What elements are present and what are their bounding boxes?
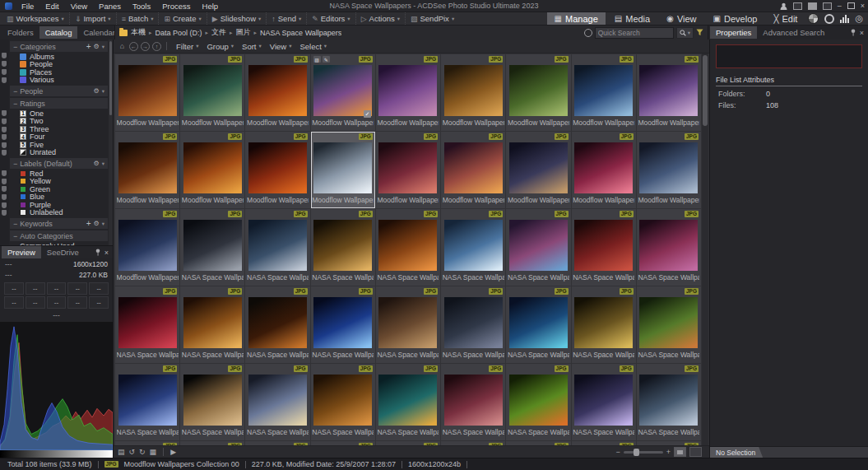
home-icon[interactable]: ⌂ bbox=[118, 42, 127, 51]
toolbar-create[interactable]: ⊞Create▾ bbox=[158, 12, 206, 25]
tab-advanced-search[interactable]: Advanced Search bbox=[757, 26, 830, 39]
file-tile[interactable]: JPGNASA Space Wallpaper... bbox=[441, 209, 505, 286]
breadcrumb-segment[interactable]: 文件 bbox=[211, 27, 226, 38]
file-tile[interactable]: JPGNASA Space Wallpaper... bbox=[180, 209, 244, 286]
file-tile[interactable]: JPGNASA Space Wallpaper... bbox=[572, 209, 636, 286]
autoplay-icon[interactable]: ▶ bbox=[170, 448, 176, 456]
file-tile[interactable]: JPGNASA Space Wallpaper... bbox=[506, 209, 570, 286]
file-tile[interactable]: JPGNASA Space Wallpaper... bbox=[637, 209, 701, 286]
file-tile[interactable]: JPGMoodflow Wallpapers ... bbox=[572, 54, 636, 131]
toolbar-slideshow[interactable]: ▶Slideshow▾ bbox=[207, 12, 267, 25]
file-tile[interactable]: JPGNASA Space Wallpaper... bbox=[376, 286, 440, 363]
toolbar-editors[interactable]: ✎Editors▾ bbox=[306, 12, 355, 25]
label-red[interactable]: Red bbox=[9, 170, 109, 178]
undo-icon[interactable]: ↺ bbox=[129, 448, 136, 456]
breadcrumb-segment[interactable]: NASA Space Wallpapers bbox=[260, 29, 341, 37]
file-tile[interactable]: JPG bbox=[506, 441, 570, 445]
menu-tools[interactable]: Tools bbox=[127, 2, 156, 11]
category-people[interactable]: People bbox=[9, 61, 109, 69]
mode-media[interactable]: ▤Media bbox=[607, 12, 657, 25]
section-keywords[interactable]: −Keywords+⚙▾ bbox=[10, 218, 108, 229]
properties-empty-box[interactable] bbox=[716, 44, 862, 68]
toolbar-workspaces[interactable]: ▥Workspaces▾ bbox=[2, 12, 69, 25]
file-tile[interactable]: JPGNASA Space Wallpaper... bbox=[245, 286, 309, 363]
toolbar-sendpix[interactable]: ▧SendPix▾ bbox=[405, 12, 459, 25]
file-tile[interactable]: JPGNASA Space Wallpaper... bbox=[506, 364, 570, 440]
label-blue[interactable]: Blue bbox=[9, 193, 109, 202]
rating-three[interactable]: 3Three bbox=[9, 125, 109, 133]
forward-icon[interactable]: → bbox=[141, 42, 150, 51]
toolbar-send[interactable]: ↑Send▾ bbox=[266, 12, 306, 25]
back-icon[interactable]: ← bbox=[129, 42, 138, 51]
category-various[interactable]: Various bbox=[9, 77, 109, 85]
zoom-out-icon[interactable]: − bbox=[615, 448, 620, 456]
file-tile[interactable]: JPGMoodflow Wallpapers ... bbox=[506, 132, 570, 208]
section-ratings[interactable]: −Ratings bbox=[10, 98, 108, 109]
file-tile[interactable]: JPG bbox=[115, 441, 179, 445]
close-panel-icon[interactable]: × bbox=[860, 29, 864, 37]
menu-process[interactable]: Process bbox=[156, 2, 196, 11]
dashboard-icon[interactable] bbox=[840, 15, 849, 23]
file-tile[interactable]: JPGMoodflow Wallpapers ... bbox=[311, 132, 375, 208]
label-unlabeled[interactable]: Unlabeled bbox=[9, 209, 109, 217]
file-tile[interactable]: JPGMoodflow Wallpapers ... bbox=[637, 54, 701, 131]
file-tile[interactable]: JPGNASA Space Wallpaper... bbox=[637, 364, 701, 440]
mode-view[interactable]: ◉View bbox=[659, 12, 703, 25]
pin-icon[interactable] bbox=[851, 29, 856, 36]
file-tile[interactable]: JPG bbox=[441, 441, 505, 445]
vertical-scrollbar[interactable] bbox=[702, 54, 708, 445]
gear-icon[interactable]: ⚙ bbox=[94, 87, 100, 95]
up-icon[interactable]: ↑ bbox=[152, 42, 161, 51]
file-tile[interactable]: JPGNASA Space Wallpaper... bbox=[572, 286, 636, 363]
tab-preview[interactable]: Preview bbox=[2, 246, 41, 258]
user-account-icon[interactable] bbox=[780, 2, 787, 10]
file-tile[interactable]: JPGNASA Space Wallpaper... bbox=[245, 209, 309, 286]
file-tile[interactable]: JPG▨✎✓Moodflow Wallpapers ... bbox=[311, 54, 375, 131]
file-tile[interactable]: JPGNASA Space Wallpaper... bbox=[180, 364, 244, 440]
label-yellow[interactable]: Yellow bbox=[9, 178, 109, 186]
file-tile[interactable]: JPGNASA Space Wallpaper... bbox=[311, 286, 375, 363]
pane-layout-icon-3[interactable] bbox=[823, 2, 832, 10]
section-people[interactable]: −People⚙▾ bbox=[10, 86, 108, 96]
file-tile[interactable]: JPGNASA Space Wallpaper... bbox=[180, 286, 244, 363]
label-purple[interactable]: Purple bbox=[9, 201, 109, 209]
sidebar-scrollbar[interactable] bbox=[109, 40, 113, 245]
file-tile[interactable]: JPGMoodflow Wallpapers ... bbox=[115, 132, 179, 208]
file-tile[interactable]: JPGNASA Space Wallpaper... bbox=[115, 286, 179, 363]
file-tile[interactable]: JPG bbox=[572, 441, 636, 445]
file-tile[interactable]: JPGNASA Space Wallpaper... bbox=[376, 364, 440, 440]
zoom-in-icon[interactable]: + bbox=[666, 448, 671, 456]
file-tile[interactable]: JPG bbox=[311, 441, 375, 445]
file-tile[interactable]: JPGNASA Space Wallpaper... bbox=[506, 286, 570, 363]
file-tile[interactable]: JPGMoodflow Wallpapers ... bbox=[441, 54, 505, 131]
file-tile[interactable]: JPGMoodflow Wallpapers ... bbox=[376, 132, 440, 208]
thumbnails-view-button[interactable] bbox=[674, 447, 686, 457]
rating-one[interactable]: 1One bbox=[9, 109, 109, 118]
file-tile[interactable]: JPGMoodflow Wallpapers ... bbox=[180, 54, 244, 131]
file-tile[interactable]: JPGMoodflow Wallpapers ... bbox=[441, 132, 505, 208]
file-tile[interactable]: JPGMoodflow Wallpapers ... bbox=[637, 132, 701, 208]
quick-search-input[interactable] bbox=[595, 27, 674, 39]
pane-layout-icon-1[interactable] bbox=[793, 2, 802, 10]
browser-menu-filter[interactable]: Filter▾ bbox=[172, 42, 202, 51]
file-tile[interactable]: JPGNASA Space Wallpaper... bbox=[441, 286, 505, 363]
tab-folders[interactable]: Folders bbox=[2, 26, 39, 39]
menu-help[interactable]: Help bbox=[197, 2, 225, 11]
mode-develop[interactable]: ▣Develop bbox=[706, 12, 765, 25]
file-tile[interactable]: JPGNASA Space Wallpaper... bbox=[376, 209, 440, 286]
details-view-button[interactable] bbox=[689, 447, 702, 457]
file-tile[interactable]: JPGMoodflow Wallpapers ... bbox=[115, 209, 179, 286]
browser-menu-select[interactable]: Select▾ bbox=[295, 42, 331, 51]
redo-icon[interactable]: ↻ bbox=[139, 448, 146, 456]
file-tile[interactable]: JPGNASA Space Wallpaper... bbox=[637, 286, 701, 363]
file-tile[interactable]: JPGMoodflow Wallpapers ... bbox=[245, 132, 309, 208]
section-auto-categories[interactable]: −Auto Categories bbox=[10, 230, 108, 241]
pane-layout-icon-2[interactable] bbox=[808, 2, 817, 10]
menu-file[interactable]: File bbox=[16, 2, 39, 11]
toolbar-batch[interactable]: ≡Batch▾ bbox=[116, 12, 159, 25]
toolbar-import[interactable]: ⇓Import▾ bbox=[69, 12, 116, 25]
file-tile[interactable]: JPGMoodflow Wallpapers ... bbox=[376, 54, 440, 131]
gear-icon[interactable]: ⚙ bbox=[94, 160, 100, 167]
restore-button[interactable] bbox=[847, 2, 855, 9]
360-view-icon[interactable] bbox=[824, 14, 834, 24]
